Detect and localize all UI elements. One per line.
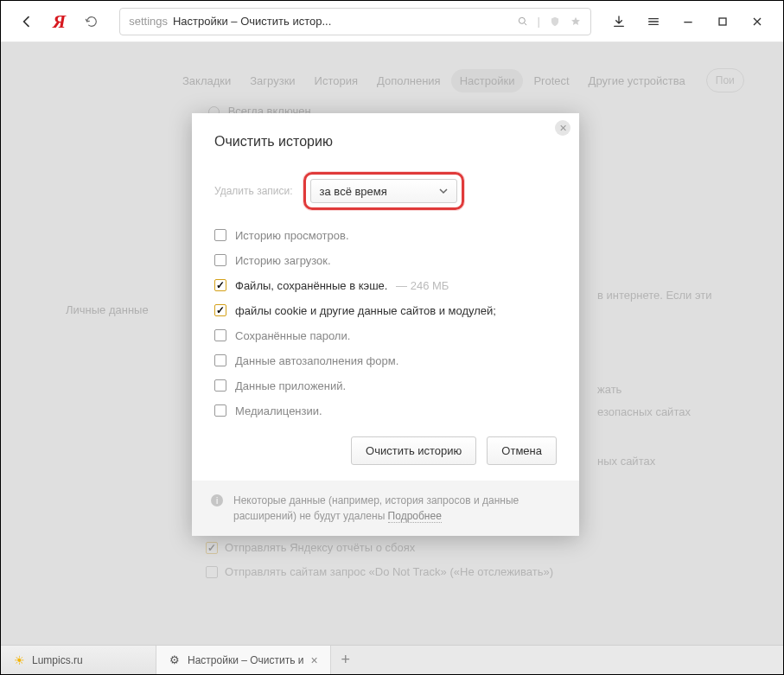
chevron-down-icon [439,187,448,195]
back-button[interactable] [11,6,42,37]
downloads-button[interactable] [603,6,634,37]
address-bar[interactable]: settings Настройки – Очистить истор... | [119,8,591,35]
shield-icon[interactable] [549,16,561,28]
bookmark-star-icon[interactable] [570,16,582,28]
dialog-close-button[interactable]: ✕ [555,120,570,136]
menu-button[interactable] [638,6,669,37]
tab-settings[interactable]: ⚙ Настройки – Очистить и × [156,646,331,674]
maximize-button[interactable] [707,6,738,37]
opt-cookies[interactable]: файлы cookie и другие данные сайтов и мо… [214,304,557,317]
close-window-button[interactable] [742,6,773,37]
dialog-title: Очистить историю [214,134,557,150]
checkbox-icon[interactable] [214,279,226,291]
hamburger-icon [647,15,660,29]
time-range-label: Удалить записи: [214,185,293,197]
download-icon [612,15,626,29]
clear-history-dialog: ✕ Очистить историю Удалить записи: за вс… [192,113,579,536]
url-title: Настройки – Очистить истор... [173,15,331,28]
time-range-value: за всё время [320,185,387,198]
sun-favicon-icon: ☀ [13,654,25,666]
url-prefix: settings [129,15,168,28]
opt-browsing-history[interactable]: Историю просмотров. [214,229,557,242]
time-range-select[interactable]: за всё время [310,179,457,203]
checkbox-icon[interactable] [214,404,226,417]
arrow-left-icon [20,15,34,29]
checkbox-icon[interactable] [214,254,226,266]
minimize-button[interactable] [672,6,704,37]
new-tab-button[interactable]: + [331,646,360,674]
checkbox-icon[interactable] [214,354,226,366]
yandex-logo[interactable]: Я [53,10,66,33]
cache-size: — 246 МБ [396,279,449,292]
tab-label: Lumpics.ru [32,654,83,666]
opt-app-data[interactable]: Данные приложений. [214,379,557,392]
browser-toolbar: Я settings Настройки – Очистить истор...… [1,1,783,42]
svg-rect-1 [719,18,726,25]
opt-cached-files[interactable]: Файлы, сохранённые в кэше. — 246 МБ [214,279,557,292]
opt-download-history[interactable]: Историю загрузок. [214,254,557,267]
search-compact-icon[interactable] [517,16,529,28]
tab-lumpics[interactable]: ☀ Lumpics.ru [1,646,156,674]
footer-text: Некоторые данные (например, история запр… [233,494,519,522]
time-select-highlight: за всё время [303,172,464,210]
opt-media-licenses[interactable]: Медиалицензии. [214,404,557,417]
checkbox-icon[interactable] [214,304,226,316]
clear-history-button[interactable]: Очистить историю [351,436,476,465]
reload-button[interactable] [76,6,107,37]
minimize-icon [681,15,695,29]
gear-favicon-icon: ⚙ [169,654,181,666]
opt-autofill[interactable]: Данные автозаполнения форм. [214,354,557,367]
footer-learn-more-link[interactable]: Подробнее [388,510,442,523]
opt-passwords[interactable]: Сохранённые пароли. [214,329,557,342]
tab-bar: ☀ Lumpics.ru ⚙ Настройки – Очистить и × … [1,645,783,674]
page-content: Закладки Загрузки История Дополнения Нас… [1,42,783,645]
maximize-icon [716,15,730,29]
addr-actions: | [517,15,582,28]
tab-label: Настройки – Очистить и [188,654,303,666]
reload-icon [85,15,99,29]
close-icon [750,15,764,29]
svg-point-0 [519,17,525,23]
dialog-footer: i Некоторые данные (например, история за… [192,481,579,536]
tab-close-button[interactable]: × [310,653,317,667]
info-icon: i [211,494,223,506]
cancel-button[interactable]: Отмена [487,436,557,465]
checkbox-icon[interactable] [214,379,226,392]
checkbox-icon[interactable] [214,229,226,241]
checkbox-icon[interactable] [214,329,226,341]
